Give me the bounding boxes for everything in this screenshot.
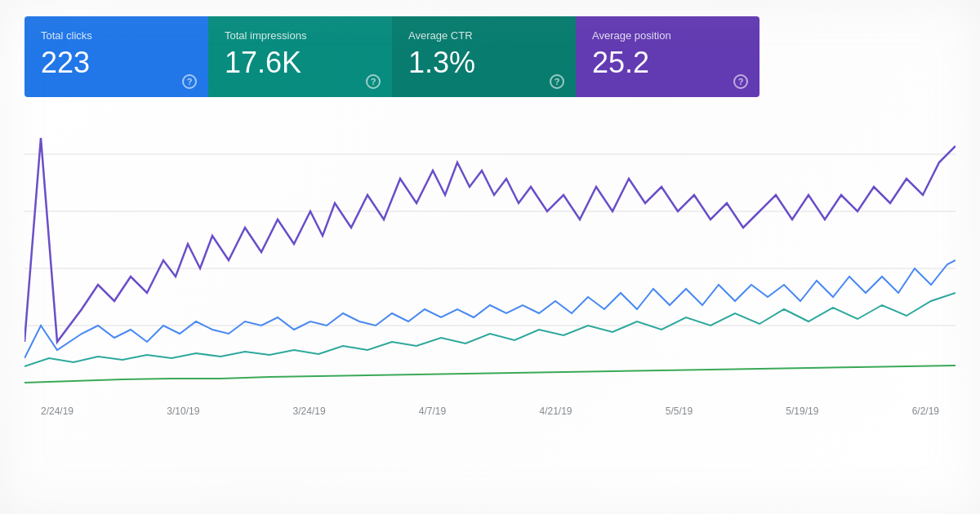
- purple-line: [24, 138, 956, 342]
- metric-value-ctr: 1.3%: [408, 47, 559, 79]
- metric-card-ctr[interactable]: Average CTR 1.3% ?: [392, 16, 576, 97]
- chart-container: 2/24/19 3/10/19 3/24/19 4/7/19 4/21/19 5…: [24, 113, 956, 423]
- date-label-7: 6/2/19: [912, 405, 939, 417]
- date-labels: 2/24/19 3/10/19 3/24/19 4/7/19 4/21/19 5…: [24, 405, 956, 417]
- screen-content: Total clicks 223 ? Total impressions 17.…: [0, 0, 980, 514]
- metric-card-position[interactable]: Average position 25.2 ?: [576, 16, 760, 97]
- metric-card-clicks[interactable]: Total clicks 223 ?: [24, 16, 208, 97]
- date-label-2: 3/24/19: [293, 405, 326, 417]
- date-label-5: 5/5/19: [666, 405, 693, 417]
- metric-label-impressions: Total impressions: [225, 29, 376, 42]
- info-icon-ctr: ?: [550, 74, 564, 89]
- metric-value-impressions: 17.6K: [225, 47, 376, 79]
- metric-card-impressions[interactable]: Total impressions 17.6K ?: [208, 16, 392, 97]
- date-label-0: 2/24/19: [41, 405, 74, 417]
- metric-label-position: Average position: [592, 29, 743, 42]
- date-label-4: 4/21/19: [539, 405, 572, 417]
- metric-label-clicks: Total clicks: [41, 29, 192, 42]
- date-label-3: 4/7/19: [419, 405, 446, 417]
- blue-line: [24, 260, 956, 358]
- info-icon-clicks: ?: [182, 74, 197, 89]
- screenshot-wrapper: Total clicks 223 ? Total impressions 17.…: [0, 0, 980, 514]
- metric-value-clicks: 223: [41, 47, 192, 79]
- green-line: [24, 366, 956, 383]
- date-label-1: 3/10/19: [167, 405, 199, 417]
- info-icon-impressions: ?: [366, 74, 381, 89]
- metric-value-position: 25.2: [592, 47, 743, 79]
- metrics-row: Total clicks 223 ? Total impressions 17.…: [24, 16, 760, 97]
- date-label-6: 5/19/19: [786, 405, 818, 417]
- info-icon-position: ?: [733, 74, 748, 89]
- teal-line: [24, 293, 956, 366]
- line-chart: [24, 113, 956, 399]
- metric-label-ctr: Average CTR: [408, 29, 559, 42]
